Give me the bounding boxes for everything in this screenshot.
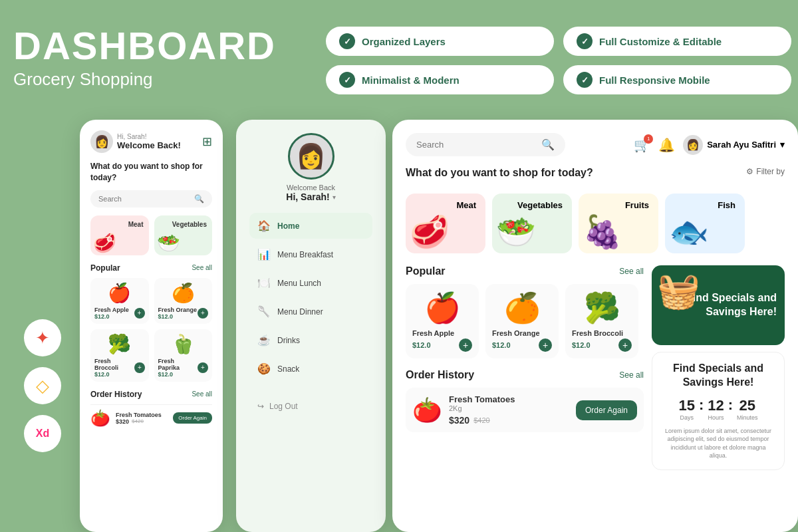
popular-title: Popular xyxy=(406,265,446,277)
product-info: Fresh Broccoli $12.0 xyxy=(94,358,134,378)
welcome-text: Welcome Back! xyxy=(117,140,181,150)
chevron-down-icon: ▾ xyxy=(332,194,336,201)
add-to-cart-button[interactable]: + xyxy=(198,308,208,319)
drinks-icon: ☕ xyxy=(257,334,271,346)
price-row: $320 $420 xyxy=(449,415,569,426)
sidebar-item-dinner[interactable]: 🥄 Menu Dinner xyxy=(249,299,372,325)
old-price: $420 xyxy=(132,418,144,424)
history-name: Fresh Tomatoes xyxy=(116,412,168,418)
greeting-text: Hi, Sarah! xyxy=(117,133,181,140)
sidebar-item-snack[interactable]: 🍪 Snack xyxy=(249,356,372,382)
order-again-button[interactable]: Order Again xyxy=(173,412,212,424)
product-price-row: $12.0 + xyxy=(572,338,632,352)
mobile-search-bar[interactable]: 🔍 xyxy=(90,190,212,207)
desktop-content: Popular See all 🍎 Fresh Apple $12.0 + 🍊 … xyxy=(406,265,785,470)
product-name: Fresh Paprika xyxy=(158,358,198,371)
tool-icons: ✦ ◇ Xd xyxy=(24,319,61,452)
order-history-header: Order History See all xyxy=(406,369,644,381)
category-vegetables[interactable]: Vegetables 🥗 xyxy=(154,215,213,255)
see-all-link[interactable]: See all xyxy=(192,390,212,398)
add-to-cart-button[interactable]: + xyxy=(539,338,552,352)
user-name: Hi, Sarah! xyxy=(286,192,329,202)
branding-block: DASHBOARD Grocery Shopping xyxy=(13,27,276,90)
product-name: Fresh Orange xyxy=(158,307,198,313)
product-emoji: 🍎 xyxy=(94,282,145,304)
product-emoji: 🫑 xyxy=(158,333,209,355)
add-to-cart-button[interactable]: + xyxy=(618,338,632,352)
category-meat[interactable]: Meat 🥩 xyxy=(90,215,149,255)
order-history-header: Order History See all xyxy=(90,390,212,399)
history-info: Fresh Tomatoes $320 $420 xyxy=(116,412,168,425)
nav-label: Menu Breakfast xyxy=(277,250,333,259)
sidebar-nav: 🏠 Home 📊 Menu Breakfast 🍽️ Menu Lunch 🥄 … xyxy=(249,213,372,382)
filter-icon: ⚙ xyxy=(746,167,753,176)
chevron-down-icon: ▾ xyxy=(780,140,785,150)
check-icon: ✓ xyxy=(339,33,355,49)
badge-label: Minimalist & Modern xyxy=(362,74,460,86)
desktop-products: 🍎 Fresh Apple $12.0 + 🍊 Fresh Orange $12… xyxy=(406,284,644,358)
add-to-cart-button[interactable]: + xyxy=(134,362,144,373)
mobile-products: 🍎 Fresh Apple $12.0 + 🍊 Fresh Orange $12… xyxy=(90,278,212,382)
search-icon: 🔍 xyxy=(541,138,555,151)
nav-label: Drinks xyxy=(277,336,300,345)
check-icon: ✓ xyxy=(577,72,593,88)
product-info-row: Fresh Orange $12.0 + xyxy=(158,307,209,320)
category-meat[interactable]: Meat 🥩 xyxy=(406,194,485,253)
avatar: 👩 xyxy=(90,130,113,153)
countdown-timer: 15 Days : 12 Hours : 25 Minutes xyxy=(662,396,775,422)
mobile-categories: Meat 🥩 Vegetables 🥗 xyxy=(90,215,212,255)
desktop-panel: 🔍 🛒 1 🔔 👩 Sarah Ayu Safitri ▾ What do yo… xyxy=(392,120,798,532)
add-to-cart-button[interactable]: + xyxy=(459,338,472,352)
desktop-categories: Meat 🥩 Vegetables 🥗 Fruits 🍇 Fish 🐟 xyxy=(406,194,785,253)
category-fish[interactable]: Fish 🐟 xyxy=(665,194,745,253)
list-item: 🍊 Fresh Orange $12.0 + xyxy=(485,284,559,358)
specials-banner: 🧺 Find Specials and Savings Here! xyxy=(652,265,785,345)
badge-full-customize: ✓ Full Customize & Editable xyxy=(563,27,791,56)
history-price: $320 xyxy=(116,418,129,425)
nav-label: Menu Dinner xyxy=(277,307,323,317)
history-emoji: 🍅 xyxy=(412,396,442,424)
sidebar-item-breakfast[interactable]: 📊 Menu Breakfast xyxy=(249,241,372,267)
badge-organized-layers: ✓ Organized Layers xyxy=(326,27,554,56)
category-fruits[interactable]: Fruits 🍇 xyxy=(579,194,658,253)
fish-emoji: 🐟 xyxy=(669,213,709,251)
mobile-search-input[interactable] xyxy=(98,195,190,203)
timer-card: Find Specials and Savings Here! 15 Days … xyxy=(652,352,785,470)
tablet-panel: 👩 Welcome Back Hi, Sarah! ▾ 🏠 Home 📊 Men… xyxy=(236,120,386,532)
dinner-icon: 🥄 xyxy=(257,305,271,318)
add-to-cart-button[interactable]: + xyxy=(134,308,145,319)
sidebar-item-drinks[interactable]: ☕ Drinks xyxy=(249,327,372,353)
timer-title: Find Specials and Savings Here! xyxy=(662,362,775,390)
category-vegetables[interactable]: Vegetables 🥗 xyxy=(492,194,572,253)
snack-icon: 🍪 xyxy=(257,362,271,375)
search-input[interactable] xyxy=(416,140,536,150)
sidebar-item-home[interactable]: 🏠 Home xyxy=(249,213,372,239)
product-name: Fresh Broccoli xyxy=(572,329,632,337)
check-icon: ✓ xyxy=(339,72,355,88)
user-profile: 👩 Sarah Ayu Safitri ▾ xyxy=(683,135,785,155)
add-to-cart-button[interactable]: + xyxy=(198,362,208,373)
product-price: $12.0 xyxy=(94,313,129,320)
nav-label: Snack xyxy=(277,364,299,374)
sidebar-item-lunch[interactable]: 🍽️ Menu Lunch xyxy=(249,270,372,296)
timer-description: Lorem ipsum dolor sit amet, consectetur … xyxy=(662,427,775,460)
old-price: $420 xyxy=(473,416,489,424)
see-all-link[interactable]: See all xyxy=(619,370,644,380)
product-emoji: 🥦 xyxy=(94,333,145,355)
content-left: Popular See all 🍎 Fresh Apple $12.0 + 🍊 … xyxy=(406,265,644,470)
see-all-link[interactable]: See all xyxy=(192,264,212,271)
order-again-button[interactable]: Order Again xyxy=(576,400,637,420)
grid-icon[interactable]: ⊞ xyxy=(202,134,212,149)
search-bar[interactable]: 🔍 xyxy=(406,133,565,156)
history-emoji: 🍅 xyxy=(90,409,110,428)
notification-icon[interactable]: 🔔 xyxy=(658,137,675,153)
name-row: Hi, Sarah! ▾ xyxy=(286,192,335,202)
lunch-icon: 🍽️ xyxy=(257,277,271,289)
logout-button[interactable]: ↪ Log Out xyxy=(249,395,372,418)
filter-button[interactable]: ⚙ Filter by xyxy=(746,167,785,176)
product-name: Fresh Apple xyxy=(412,329,472,337)
cart-button[interactable]: 🛒 1 xyxy=(634,137,650,153)
category-label: Meat xyxy=(128,221,144,228)
see-all-link[interactable]: See all xyxy=(619,267,644,276)
product-info-row: Fresh Broccoli $12.0 + xyxy=(94,358,145,378)
